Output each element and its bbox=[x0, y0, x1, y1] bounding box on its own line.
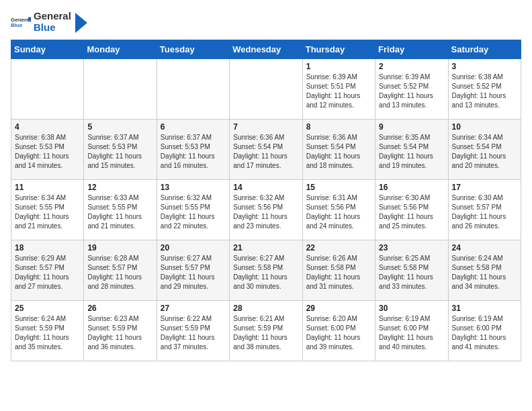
day-info: Sunrise: 6:39 AMSunset: 5:51 PMDaylight:… bbox=[306, 73, 371, 110]
day-number: 10 bbox=[452, 122, 517, 132]
day-info: Sunrise: 6:26 AMSunset: 5:58 PMDaylight:… bbox=[306, 254, 371, 291]
day-number: 23 bbox=[379, 243, 444, 253]
logo-blue: Blue bbox=[34, 22, 71, 34]
calendar-week-row: 25Sunrise: 6:24 AMSunset: 5:59 PMDayligh… bbox=[11, 301, 521, 361]
day-number: 27 bbox=[161, 304, 226, 313]
day-number: 9 bbox=[379, 122, 444, 132]
calendar-cell: 1Sunrise: 6:39 AMSunset: 5:51 PMDaylight… bbox=[302, 59, 375, 120]
day-number: 12 bbox=[87, 183, 152, 192]
day-number: 4 bbox=[15, 122, 80, 132]
day-number: 24 bbox=[452, 243, 517, 253]
calendar-cell: 26Sunrise: 6:23 AMSunset: 5:59 PMDayligh… bbox=[84, 301, 157, 361]
calendar-cell: 5Sunrise: 6:37 AMSunset: 5:53 PMDaylight… bbox=[84, 120, 157, 180]
calendar-cell bbox=[230, 59, 302, 120]
calendar-cell: 28Sunrise: 6:21 AMSunset: 5:59 PMDayligh… bbox=[230, 301, 302, 361]
calendar-cell: 21Sunrise: 6:27 AMSunset: 5:58 PMDayligh… bbox=[230, 240, 302, 301]
calendar-cell: 31Sunrise: 6:19 AMSunset: 6:00 PMDayligh… bbox=[448, 301, 521, 361]
day-number: 29 bbox=[306, 304, 371, 313]
day-number: 7 bbox=[233, 122, 298, 132]
calendar-cell bbox=[11, 59, 84, 120]
weekday-header-tuesday: Tuesday bbox=[157, 40, 229, 59]
logo: General Blue General Blue bbox=[11, 11, 87, 33]
day-info: Sunrise: 6:33 AMSunset: 5:55 PMDaylight:… bbox=[87, 193, 152, 231]
calendar-week-row: 11Sunrise: 6:34 AMSunset: 5:55 PMDayligh… bbox=[11, 180, 521, 240]
day-info: Sunrise: 6:36 AMSunset: 5:54 PMDaylight:… bbox=[306, 133, 371, 171]
calendar-cell: 18Sunrise: 6:29 AMSunset: 5:57 PMDayligh… bbox=[11, 240, 84, 301]
day-number: 25 bbox=[15, 304, 80, 313]
calendar-cell: 9Sunrise: 6:35 AMSunset: 5:54 PMDaylight… bbox=[375, 120, 448, 180]
day-number: 5 bbox=[87, 122, 152, 132]
calendar-cell: 16Sunrise: 6:30 AMSunset: 5:56 PMDayligh… bbox=[375, 180, 448, 240]
day-number: 8 bbox=[306, 122, 371, 132]
day-number: 3 bbox=[452, 62, 517, 71]
calendar-cell: 10Sunrise: 6:34 AMSunset: 5:54 PMDayligh… bbox=[448, 120, 521, 180]
page-container: General Blue General Blue SundayMondayTu… bbox=[11, 11, 521, 361]
logo-general: General bbox=[34, 11, 71, 22]
calendar-cell: 22Sunrise: 6:26 AMSunset: 5:58 PMDayligh… bbox=[302, 240, 375, 301]
day-info: Sunrise: 6:19 AMSunset: 6:00 PMDaylight:… bbox=[452, 314, 517, 352]
day-number: 1 bbox=[306, 62, 371, 71]
calendar-cell: 17Sunrise: 6:30 AMSunset: 5:57 PMDayligh… bbox=[448, 180, 521, 240]
day-number: 20 bbox=[161, 243, 226, 253]
day-info: Sunrise: 6:25 AMSunset: 5:58 PMDaylight:… bbox=[379, 254, 444, 291]
calendar-cell: 6Sunrise: 6:37 AMSunset: 5:53 PMDaylight… bbox=[157, 120, 229, 180]
day-info: Sunrise: 6:20 AMSunset: 6:00 PMDaylight:… bbox=[306, 314, 371, 352]
day-number: 6 bbox=[161, 122, 226, 132]
logo-svg: General Blue bbox=[11, 12, 31, 32]
weekday-header-row: SundayMondayTuesdayWednesdayThursdayFrid… bbox=[11, 40, 521, 59]
day-number: 13 bbox=[161, 183, 226, 192]
calendar-cell: 20Sunrise: 6:27 AMSunset: 5:57 PMDayligh… bbox=[157, 240, 229, 301]
day-info: Sunrise: 6:39 AMSunset: 5:52 PMDaylight:… bbox=[379, 73, 444, 110]
svg-text:Blue: Blue bbox=[11, 22, 23, 28]
calendar-cell: 4Sunrise: 6:38 AMSunset: 5:53 PMDaylight… bbox=[11, 120, 84, 180]
calendar-cell: 30Sunrise: 6:19 AMSunset: 6:00 PMDayligh… bbox=[375, 301, 448, 361]
day-number: 17 bbox=[452, 183, 517, 192]
day-info: Sunrise: 6:29 AMSunset: 5:57 PMDaylight:… bbox=[15, 254, 80, 291]
weekday-header-friday: Friday bbox=[375, 40, 448, 59]
day-info: Sunrise: 6:32 AMSunset: 5:55 PMDaylight:… bbox=[161, 193, 226, 231]
day-info: Sunrise: 6:21 AMSunset: 5:59 PMDaylight:… bbox=[233, 314, 298, 352]
calendar-cell: 15Sunrise: 6:31 AMSunset: 5:56 PMDayligh… bbox=[302, 180, 375, 240]
calendar-week-row: 1Sunrise: 6:39 AMSunset: 5:51 PMDaylight… bbox=[11, 59, 521, 120]
day-number: 16 bbox=[379, 183, 444, 192]
day-number: 31 bbox=[452, 304, 517, 313]
calendar-week-row: 18Sunrise: 6:29 AMSunset: 5:57 PMDayligh… bbox=[11, 240, 521, 301]
day-info: Sunrise: 6:30 AMSunset: 5:57 PMDaylight:… bbox=[452, 193, 517, 231]
day-number: 19 bbox=[87, 243, 152, 253]
day-number: 2 bbox=[379, 62, 444, 71]
day-number: 11 bbox=[15, 183, 80, 192]
day-info: Sunrise: 6:24 AMSunset: 5:58 PMDaylight:… bbox=[452, 254, 517, 291]
day-info: Sunrise: 6:24 AMSunset: 5:59 PMDaylight:… bbox=[15, 314, 80, 352]
calendar-week-row: 4Sunrise: 6:38 AMSunset: 5:53 PMDaylight… bbox=[11, 120, 521, 180]
calendar-cell bbox=[157, 59, 229, 120]
day-number: 22 bbox=[306, 243, 371, 253]
day-number: 26 bbox=[87, 304, 152, 313]
day-number: 14 bbox=[233, 183, 298, 192]
logo-triangle bbox=[75, 13, 87, 33]
calendar-cell: 12Sunrise: 6:33 AMSunset: 5:55 PMDayligh… bbox=[84, 180, 157, 240]
day-number: 30 bbox=[379, 304, 444, 313]
day-info: Sunrise: 6:38 AMSunset: 5:53 PMDaylight:… bbox=[15, 133, 80, 171]
calendar-cell: 24Sunrise: 6:24 AMSunset: 5:58 PMDayligh… bbox=[448, 240, 521, 301]
calendar-cell: 25Sunrise: 6:24 AMSunset: 5:59 PMDayligh… bbox=[11, 301, 84, 361]
calendar-cell: 8Sunrise: 6:36 AMSunset: 5:54 PMDaylight… bbox=[302, 120, 375, 180]
header: General Blue General Blue bbox=[11, 11, 521, 33]
weekday-header-saturday: Saturday bbox=[448, 40, 521, 59]
calendar-cell: 3Sunrise: 6:38 AMSunset: 5:52 PMDaylight… bbox=[448, 59, 521, 120]
day-number: 21 bbox=[233, 243, 298, 253]
calendar-cell: 19Sunrise: 6:28 AMSunset: 5:57 PMDayligh… bbox=[84, 240, 157, 301]
day-info: Sunrise: 6:30 AMSunset: 5:56 PMDaylight:… bbox=[379, 193, 444, 231]
day-info: Sunrise: 6:36 AMSunset: 5:54 PMDaylight:… bbox=[233, 133, 298, 171]
day-info: Sunrise: 6:34 AMSunset: 5:54 PMDaylight:… bbox=[452, 133, 517, 171]
weekday-header-thursday: Thursday bbox=[302, 40, 375, 59]
day-number: 28 bbox=[233, 304, 298, 313]
day-info: Sunrise: 6:31 AMSunset: 5:56 PMDaylight:… bbox=[306, 193, 371, 231]
weekday-header-sunday: Sunday bbox=[11, 40, 84, 59]
calendar-cell bbox=[84, 59, 157, 120]
day-info: Sunrise: 6:37 AMSunset: 5:53 PMDaylight:… bbox=[87, 133, 152, 171]
day-info: Sunrise: 6:34 AMSunset: 5:55 PMDaylight:… bbox=[15, 193, 80, 231]
day-info: Sunrise: 6:27 AMSunset: 5:58 PMDaylight:… bbox=[233, 254, 298, 291]
calendar-cell: 11Sunrise: 6:34 AMSunset: 5:55 PMDayligh… bbox=[11, 180, 84, 240]
day-info: Sunrise: 6:27 AMSunset: 5:57 PMDaylight:… bbox=[161, 254, 226, 291]
day-info: Sunrise: 6:19 AMSunset: 6:00 PMDaylight:… bbox=[379, 314, 444, 352]
